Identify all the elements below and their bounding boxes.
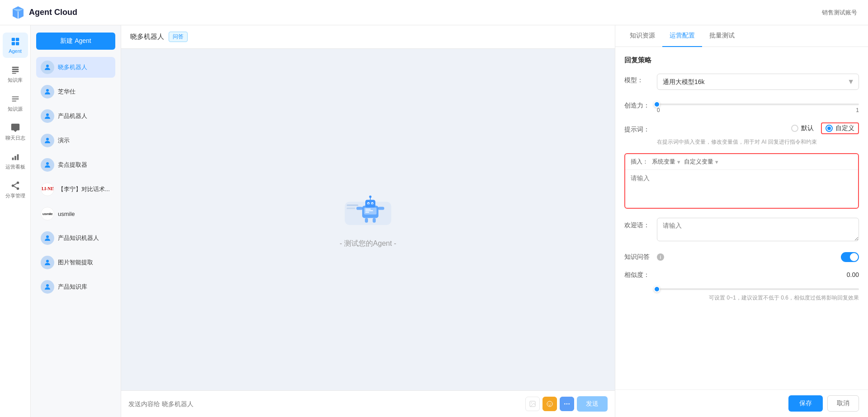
agent-item-lining[interactable]: LI-NING 【李宁】对比话术... (36, 179, 115, 200)
svg-rect-12 (14, 156, 16, 160)
chat-placeholder-text: - 测试您的Agent - (340, 239, 396, 248)
prompt-default-label: 默认 (801, 124, 814, 132)
svg-point-23 (46, 162, 49, 165)
agent-name-sellpoint: 卖点提取器 (58, 161, 87, 169)
config-model-label: 模型： (624, 74, 651, 84)
tab-batch-test[interactable]: 批量测试 (702, 25, 742, 47)
image-upload-button[interactable] (525, 397, 540, 411)
send-button[interactable]: 发送 (577, 396, 608, 412)
agent-name-zhihuashi: 芝华仕 (58, 88, 75, 96)
agent-name-usmile: usmile (58, 211, 75, 217)
prompt-radio-group: 默认 自定义 (657, 122, 859, 134)
svg-point-49 (547, 401, 552, 407)
config-model-value: 通用大模型16k 通用大模型32k 通用大模型128k ▼ (657, 74, 859, 90)
config-knowledge-qa-row: 知识问答 i (624, 252, 859, 262)
chat-body: - 测试您的Agent - (121, 49, 615, 390)
knowledge-qa-toggle-wrapper (670, 252, 859, 262)
agent-item-image-extract[interactable]: 图片智能提取 (36, 252, 115, 273)
agent-avatar-demo (41, 134, 54, 147)
agent-item-product-robot[interactable]: 产品机器人 (36, 106, 115, 127)
operations-icon (10, 152, 20, 162)
svg-line-18 (14, 183, 16, 185)
agent-avatar-zhihuashi (41, 85, 54, 98)
svg-rect-41 (347, 204, 359, 206)
prompt-custom-radio-dot (827, 127, 831, 130)
prompt-radio-custom[interactable]: 自定义 (821, 122, 859, 134)
custom-var-label: 自定义变量 (684, 158, 713, 166)
system-var-label: 系统变量 (652, 158, 675, 166)
config-prompt-textarea-wrapper: 插入： 系统变量 ▾ 自定义变量 ▾ (624, 153, 859, 209)
similarity-track[interactable] (657, 288, 859, 290)
agent-item-usmile[interactable]: usmile usmile (36, 203, 115, 224)
svg-rect-45 (365, 210, 373, 211)
sidebar-item-chat-log-label: 聊天日志 (5, 135, 25, 141)
prompt-custom-selected-box: 自定义 (821, 122, 859, 134)
agent-item-product-knowledge[interactable]: 产品知识库 (36, 276, 115, 297)
toggle-thumb (850, 253, 858, 261)
config-similarity-label: 相似度： (624, 271, 651, 279)
config-welcome-value (657, 218, 859, 243)
svg-rect-5 (11, 42, 14, 45)
tab-knowledge[interactable]: 知识资源 (623, 25, 662, 47)
agent-avatar-xiaoduo (41, 61, 54, 74)
prompt-default-radio-circle (791, 125, 798, 132)
agent-item-xiaoduo[interactable]: 晓多机器人 (36, 57, 115, 78)
knowledge-source-icon (10, 94, 20, 104)
creativity-thumb[interactable] (654, 101, 660, 108)
svg-rect-46 (365, 211, 369, 212)
knowledge-qa-info-icon[interactable]: i (657, 253, 664, 261)
prompt-radio-default[interactable]: 默认 (791, 124, 814, 132)
image-icon (529, 400, 536, 408)
svg-rect-44 (365, 209, 371, 210)
chat-footer: 发送 (121, 390, 615, 417)
custom-var-button[interactable]: 自定义变量 ▾ (684, 158, 718, 166)
config-prompt-row: 提示词： 默认 自定义 (624, 122, 859, 134)
more-button[interactable] (560, 397, 574, 411)
sidebar-item-knowledge-source[interactable]: 知识源 (3, 90, 28, 116)
agent-item-demo[interactable]: 演示 (36, 130, 115, 151)
prompt-textarea[interactable] (625, 170, 858, 206)
sidebar-item-knowledge-db[interactable]: 知识库 (3, 61, 28, 87)
chat-input[interactable] (128, 400, 521, 408)
sidebar-item-operations[interactable]: 运营看板 (3, 148, 28, 173)
tab-operations[interactable]: 运营配置 (662, 25, 702, 47)
knowledge-qa-toggle[interactable] (841, 252, 859, 262)
welcome-textarea[interactable] (657, 218, 859, 241)
creativity-min: 0 (657, 107, 660, 113)
svg-point-15 (11, 184, 14, 187)
config-creativity-slider: 0 1 (657, 99, 859, 113)
agent-item-sellpoint[interactable]: 卖点提取器 (36, 155, 115, 175)
sidebar-item-share[interactable]: 分享管理 (3, 177, 28, 202)
agent-name-lining: 【李宁】对比话术... (58, 185, 110, 193)
knowledge-db-icon (10, 65, 20, 75)
system-var-button[interactable]: 系统变量 ▾ (652, 158, 680, 166)
new-agent-button[interactable]: 新建 Agent (36, 33, 115, 50)
emoji-button[interactable] (542, 397, 557, 411)
sidebar-item-agent[interactable]: Agent (3, 33, 28, 58)
save-button[interactable]: 保存 (788, 395, 823, 412)
agent-item-zhihuashi[interactable]: 芝华仕 (36, 81, 115, 102)
prompt-custom-radio-circle (826, 125, 833, 132)
model-select[interactable]: 通用大模型16k 通用大模型32k 通用大模型128k (657, 74, 859, 90)
svg-rect-7 (12, 66, 19, 68)
agent-name-demo: 演示 (58, 136, 70, 145)
svg-rect-38 (378, 206, 384, 210)
creativity-labels: 0 1 (657, 107, 859, 113)
cancel-button[interactable]: 取消 (827, 395, 859, 412)
similarity-thumb[interactable] (654, 286, 660, 292)
agent-list: 新建 Agent 晓多机器人 芝华仕 产品机器人 演示 (31, 25, 121, 417)
creativity-track[interactable] (657, 103, 859, 105)
config-panel-footer: 保存 取消 (615, 389, 868, 417)
creativity-max: 1 (856, 107, 859, 113)
agent-item-product-knowledge-robot[interactable]: 产品知识机器人 (36, 228, 115, 248)
sidebar-item-chat-log[interactable]: 聊天日志 (3, 119, 28, 145)
custom-var-arrow: ▾ (715, 159, 718, 165)
config-similarity-row: 相似度： 0.00 可设置 0~1，建议设置不低于 0.6，相似度过低将影响回复… (624, 271, 859, 302)
agent-avatar-image-extract (41, 256, 54, 269)
header-user: 销售测试账号 (822, 9, 857, 17)
prompt-toolbar: 插入： 系统变量 ▾ 自定义变量 ▾ (625, 154, 858, 170)
config-creativity-row: 创造力： 0 1 (624, 99, 859, 113)
agent-avatar-product-knowledge (41, 280, 54, 294)
header: Agent Cloud 销售测试账号 (0, 0, 868, 25)
config-prompt-label: 提示词： (624, 123, 651, 134)
